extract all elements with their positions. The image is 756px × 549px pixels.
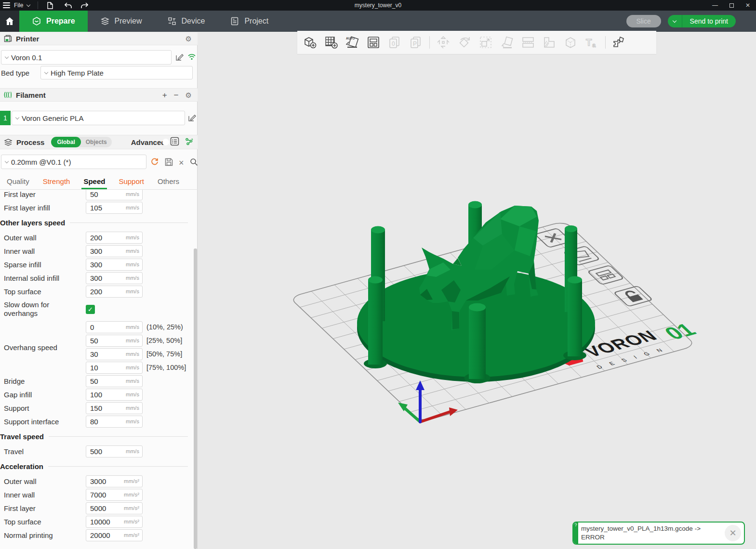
toolbar-divider: [605, 36, 606, 49]
process-tab-strength[interactable]: Strength: [36, 174, 77, 188]
section-header: Travel speed: [0, 428, 193, 444]
setting-row: Sparse infill300mm/s: [0, 258, 193, 271]
edit-filament-icon[interactable]: [188, 114, 197, 122]
split-icon[interactable]: [517, 32, 539, 53]
value-input[interactable]: 500mm/s: [86, 445, 143, 458]
value-input[interactable]: 105mm/s: [86, 202, 143, 214]
new-project-icon[interactable]: [46, 1, 53, 9]
menu-icon[interactable]: [3, 2, 10, 8]
file-menu-chevron-icon[interactable]: [27, 2, 30, 6]
value-input[interactable]: 300mm/s: [86, 245, 143, 257]
redo-icon[interactable]: [80, 1, 88, 9]
mesh-boolean-icon[interactable]: [560, 32, 581, 53]
edit-printer-icon[interactable]: [175, 53, 184, 62]
tab-preview[interactable]: Preview: [88, 11, 155, 32]
add-model-icon[interactable]: [299, 32, 320, 53]
value-input[interactable]: 10mm/s: [86, 362, 143, 374]
remove-filament-button[interactable]: −: [174, 91, 179, 99]
value-input[interactable]: 3000mm/s²: [86, 475, 143, 487]
tab-project[interactable]: Project: [217, 11, 281, 32]
tab-device[interactable]: Device: [155, 11, 218, 32]
printer-select[interactable]: Voron 0.1: [1, 50, 172, 65]
wifi-icon[interactable]: [187, 53, 196, 62]
variable-layer-height-icon[interactable]: [539, 32, 560, 53]
value-input[interactable]: 20000mm/s²: [86, 529, 143, 541]
scope-global[interactable]: Global: [51, 137, 80, 147]
printer-settings-icon[interactable]: ⚙: [186, 35, 192, 42]
process-tab-support[interactable]: Support: [112, 174, 151, 188]
tab-prepare[interactable]: Prepare: [19, 11, 88, 32]
filament-select[interactable]: Voron Generic PLA: [12, 111, 185, 125]
arrange-icon[interactable]: [363, 32, 384, 53]
process-scope-toggle[interactable]: Global Objects: [51, 137, 111, 147]
lay-on-face-icon[interactable]: [496, 32, 517, 53]
setting-row: 0mm/s(10%, 25%): [0, 320, 193, 334]
value-input[interactable]: 300mm/s: [86, 272, 143, 284]
process-list-icon[interactable]: [170, 137, 179, 147]
reset-profile-icon[interactable]: [150, 157, 159, 168]
setting-row: First layer infill105mm/s: [0, 201, 193, 214]
add-filament-button[interactable]: +: [162, 91, 167, 99]
value-input[interactable]: 100mm/s: [86, 389, 143, 401]
setting-row: Top surface200mm/s: [0, 285, 193, 298]
auto-orient-icon[interactable]: AUTO: [342, 32, 363, 53]
value-input[interactable]: 50mm/s: [86, 375, 143, 387]
setting-group: Overhang speed0mm/s(10%, 25%)50mm/s[25%,…: [0, 320, 193, 374]
process-tab-speed[interactable]: Speed: [77, 174, 112, 188]
value-input[interactable]: 10000mm/s²: [86, 516, 143, 528]
file-menu[interactable]: File: [14, 2, 23, 9]
setting-row: First layer5000mm/s²: [0, 501, 193, 515]
process-profile-select[interactable]: 0.20mm @V0.1 (*): [1, 155, 146, 169]
advanced-label: Advanced: [131, 138, 166, 146]
slice-button[interactable]: Slice: [626, 15, 661, 27]
viewport-3d[interactable]: VORON D E S I G N 01: [198, 32, 756, 549]
delete-profile-icon[interactable]: ×: [179, 158, 184, 167]
lock-plate-icon[interactable]: [614, 286, 653, 307]
maximize-button[interactable]: [723, 0, 740, 11]
process-tab-quality[interactable]: Quality: [0, 174, 36, 188]
overhang-checkbox[interactable]: ✓: [86, 305, 95, 314]
toast-line1: mystery_tower_v0_PLA_1h13m.gcode ->: [581, 524, 725, 533]
value-input[interactable]: 0mm/s: [86, 321, 143, 333]
toast-close-icon[interactable]: ✕: [725, 525, 741, 541]
process-tab-others[interactable]: Others: [151, 174, 186, 188]
send-to-print-button[interactable]: Send to print: [682, 15, 736, 27]
close-button[interactable]: ✕: [740, 0, 756, 11]
value-input[interactable]: 80mm/s: [86, 416, 143, 428]
value-input[interactable]: 300mm/s: [86, 259, 143, 271]
value-input[interactable]: 200mm/s: [86, 286, 143, 298]
search-profile-icon[interactable]: [190, 158, 198, 168]
minimize-button[interactable]: —: [707, 0, 723, 11]
undo-icon[interactable]: [64, 1, 72, 9]
save-profile-icon[interactable]: [165, 158, 173, 168]
assembly-icon[interactable]: [609, 32, 630, 53]
value-input[interactable]: 200mm/s: [86, 232, 143, 244]
import-gcode-icon[interactable]: 0: [384, 32, 405, 53]
value-input[interactable]: 50mm/s: [86, 335, 143, 347]
scrollbar-thumb[interactable]: [194, 248, 197, 549]
value-input[interactable]: 30mm/s: [86, 348, 143, 360]
send-options-button[interactable]: [668, 15, 682, 27]
move-icon[interactable]: [433, 32, 454, 53]
value-input[interactable]: 150mm/s: [86, 402, 143, 414]
value-input[interactable]: 7000mm/s²: [86, 489, 143, 501]
parameter-table-icon[interactable]: [185, 137, 194, 147]
scope-objects[interactable]: Objects: [81, 139, 112, 145]
home-button[interactable]: [0, 11, 19, 32]
add-plate-icon[interactable]: [320, 32, 342, 53]
filament-heading: Filament: [16, 91, 46, 99]
rotate-icon[interactable]: [454, 32, 475, 53]
checkbox-row: Slow down for overhangs✓: [0, 298, 193, 320]
setting-row: Normal printing20000mm/s²: [0, 528, 193, 542]
text-tool-icon[interactable]: Ta: [581, 32, 602, 53]
printer-icon: [4, 35, 12, 42]
settings-list: First layer50mm/sFirst layer infill105mm…: [0, 190, 193, 549]
paste-gcode-icon[interactable]: P: [405, 32, 426, 53]
plate-number: 01: [659, 319, 701, 343]
scale-icon[interactable]: [475, 32, 496, 53]
settings-scrollbar[interactable]: [194, 190, 197, 549]
value-input[interactable]: 5000mm/s²: [86, 502, 143, 514]
filament-settings-icon[interactable]: ⚙: [186, 92, 192, 99]
value-input[interactable]: 50mm/s: [86, 190, 143, 200]
bed-type-select[interactable]: High Temp Plate: [40, 66, 193, 79]
